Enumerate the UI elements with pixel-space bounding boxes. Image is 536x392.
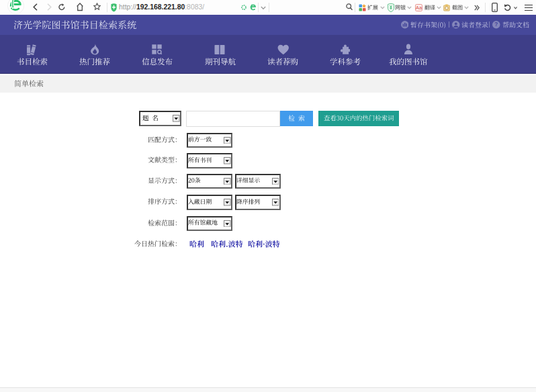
svg-text:?: ? [494,21,498,28]
svg-text:Aa: Aa [416,5,422,11]
